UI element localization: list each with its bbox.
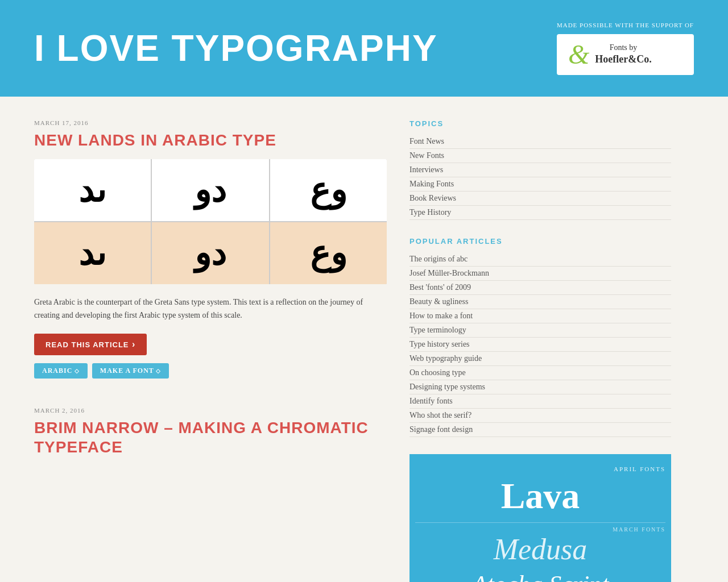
arabic-cell-4: ٮد [34,222,151,284]
font-medusa-display: Medusa [415,535,665,564]
popular-link-6[interactable]: Type history series [410,338,671,352]
font-lava-item: Lava [415,478,665,514]
article-1-date: MARCH 17, 2016 [34,119,387,126]
popular-link-11[interactable]: Who shot the serif? [410,409,671,423]
font-medusa-item: Medusa [415,535,665,564]
arabic-cell-6: وع [270,222,387,284]
sidebar-link-type-history[interactable]: Type History [410,206,671,220]
read-article-1-button[interactable]: READ THIS ARTICLE [34,334,147,355]
popular-link-9[interactable]: Designing type systems [410,380,671,394]
popular-link-0[interactable]: The origins of abc [410,252,671,267]
arabic-cell-1: ٮد [34,159,151,221]
sidebar-link-book-reviews[interactable]: Book Reviews [410,192,671,206]
sponsor-block: MADE POSSIBLE WITH THE SUPPORT OF & Font… [557,22,694,75]
popular-link-10[interactable]: Identify fonts [410,394,671,409]
font-lava-display: Lava [415,478,665,514]
site-title[interactable]: I LOVE TYPOGRAPHY [34,28,438,68]
popular-link-12[interactable]: Signage font design [410,423,671,437]
march-fonts-label: MARCH FONTS [415,526,665,533]
topics-heading: TOPICS [410,119,671,128]
article-2: MARCH 2, 2016 BRIM NARROW – MAKING A CHR… [34,407,387,456]
font-showcase: Lava MARCH FONTS Medusa Atocha Script FE… [415,478,665,582]
articles-column: MARCH 17, 2016 NEW LANDS IN ARABIC TYPE … [34,119,387,582]
font-atocha-item: Atocha Script [415,572,665,582]
divider-1 [415,522,665,523]
article-2-date: MARCH 2, 2016 [34,407,387,414]
ampersand-icon: & [568,41,589,68]
article-1: MARCH 17, 2016 NEW LANDS IN ARABIC TYPE … [34,119,387,379]
popular-articles-section: POPULAR ARTICLES The origins of abc Jose… [410,237,671,437]
popular-link-1[interactable]: Josef Müller-Brockmann [410,267,671,281]
popular-link-8[interactable]: On choosing type [410,366,671,380]
sidebar-link-interviews[interactable]: Interviews [410,163,671,177]
tag-make-a-font[interactable]: MAKE A FONT [92,363,169,379]
popular-link-2[interactable]: Best 'fonts' of 2009 [410,281,671,295]
ad-banner[interactable]: APRIL FONTS Lava MARCH FONTS Medusa Atoc… [410,454,671,582]
arabic-cell-3: وع [270,159,387,221]
article-2-title[interactable]: BRIM NARROW – MAKING A CHROMATIC TYPEFAC… [34,418,387,456]
sidebar-link-making-fonts[interactable]: Making Fonts [410,177,671,192]
topics-section: TOPICS Font News New Fonts Interviews Ma… [410,119,671,220]
main-content: MARCH 17, 2016 NEW LANDS IN ARABIC TYPE … [0,97,728,582]
sidebar-link-font-news[interactable]: Font News [410,135,671,149]
font-atocha-display: Atocha Script [415,572,665,582]
tag-arabic[interactable]: ARABIC [34,363,88,379]
arabic-cell-2: دو [152,159,268,221]
article-1-image: ٮد دو وع ٮد دو وع [34,159,387,284]
popular-link-4[interactable]: How to make a font [410,309,671,323]
sponsor-tagline: MADE POSSIBLE WITH THE SUPPORT OF [557,22,694,28]
article-1-title[interactable]: NEW LANDS IN ARABIC TYPE [34,131,387,150]
article-1-tags: ARABIC MAKE A FONT [34,363,387,379]
arabic-grid: ٮد دو وع ٮد دو وع [34,159,387,284]
sponsor-logo[interactable]: & Fonts by Hoefler&Co. [557,34,694,75]
popular-heading: POPULAR ARTICLES [410,237,671,246]
popular-link-5[interactable]: Type terminology [410,323,671,338]
popular-link-3[interactable]: Beauty & ugliness [410,295,671,309]
ad-header-label: APRIL FONTS [614,465,665,472]
sidebar-link-new-fonts[interactable]: New Fonts [410,149,671,163]
sidebar: TOPICS Font News New Fonts Interviews Ma… [410,119,671,582]
sponsor-name: Fonts by Hoefler&Co. [595,43,651,66]
article-1-excerpt: Greta Arabic is the counterpart of the G… [34,296,387,323]
site-header: I LOVE TYPOGRAPHY MADE POSSIBLE WITH THE… [0,0,728,97]
popular-link-7[interactable]: Web typography guide [410,352,671,366]
arabic-cell-5: دو [152,222,268,284]
